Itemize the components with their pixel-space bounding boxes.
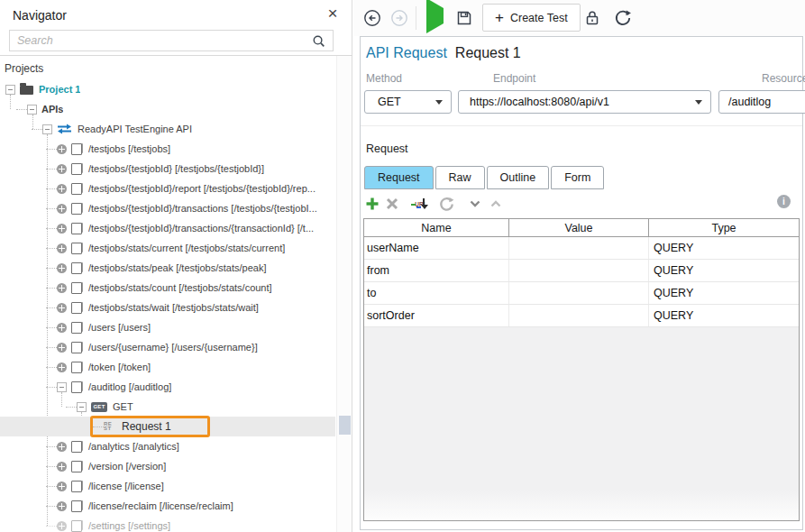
tree-item-request-1[interactable]: RE ST Request 1 xyxy=(0,417,335,436)
expand-expander-icon[interactable] xyxy=(57,283,67,293)
tree-item-get-method[interactable]: GET GET xyxy=(0,397,335,417)
tree-item-apis[interactable]: APIs xyxy=(0,99,335,119)
search-input[interactable] xyxy=(17,34,312,47)
tree-connector xyxy=(46,228,57,229)
close-icon[interactable]: × xyxy=(323,4,343,23)
resource-input[interactable]: /auditlog xyxy=(718,90,805,114)
editor-title-name: Request 1 xyxy=(455,45,521,60)
param-type-cell[interactable]: QUERY xyxy=(649,260,799,281)
tree-item-resource[interactable]: /license/reclaim [/license/reclaim] xyxy=(0,496,335,516)
param-name-cell[interactable]: to xyxy=(364,282,509,304)
run-icon[interactable] xyxy=(426,8,444,24)
param-type-cell[interactable]: QUERY xyxy=(649,237,799,259)
toolbar-divider xyxy=(416,6,416,30)
tab-outline[interactable]: Outline xyxy=(487,166,550,189)
collapse-expander-icon[interactable] xyxy=(5,85,15,95)
expand-expander-icon[interactable] xyxy=(57,164,67,174)
tree-connector xyxy=(46,486,57,487)
refresh-params-icon[interactable] xyxy=(438,196,455,213)
expand-expander-icon[interactable] xyxy=(57,243,67,253)
tree-connector xyxy=(66,407,77,408)
tree-item-resource[interactable]: /testjobs/stats/current [/testjobs/stats… xyxy=(0,238,335,258)
tree-item-resource[interactable]: /version [/version] xyxy=(0,456,335,476)
tree-connector xyxy=(46,327,57,328)
expand-expander-icon[interactable] xyxy=(57,224,67,234)
expand-expander-icon[interactable] xyxy=(57,362,67,372)
expand-expander-icon[interactable] xyxy=(57,343,67,353)
tree-item-resource[interactable]: /testjobs/{testjobId}/transactions/{tran… xyxy=(0,218,335,238)
tree-item-resource[interactable]: /testjobs/stats/wait [/testjobs/stats/wa… xyxy=(0,298,335,317)
param-name-cell[interactable]: sortOrder xyxy=(364,305,509,326)
extract-params-from-url-icon[interactable]: URL xyxy=(411,197,431,211)
tree-item-resource-auditlog[interactable]: /auditlog [/auditlog] xyxy=(0,377,335,397)
collapse-expander-icon[interactable] xyxy=(27,105,37,115)
param-value-cell[interactable] xyxy=(509,282,649,304)
expand-expander-icon[interactable] xyxy=(57,323,67,333)
tree-connector xyxy=(32,129,42,130)
param-name-cell[interactable]: from xyxy=(364,260,509,281)
resource-icon xyxy=(71,302,83,314)
tree-item-resource[interactable]: /users/{username} [/users/{username}] xyxy=(0,337,335,357)
resource-icon xyxy=(71,203,83,215)
params-table: Name Value Type userName QUERY from QUER… xyxy=(363,218,800,521)
collapse-expander-icon[interactable] xyxy=(77,402,87,412)
param-row-to: to QUERY xyxy=(364,282,799,305)
back-icon[interactable] xyxy=(363,9,381,31)
add-param-icon[interactable] xyxy=(365,197,380,211)
collapse-expander-icon[interactable] xyxy=(57,382,67,392)
api-swap-icon xyxy=(57,124,72,134)
expand-expander-icon[interactable] xyxy=(57,144,67,154)
tab-request[interactable]: Request xyxy=(364,166,434,189)
endpoint-select[interactable]: https://localhost:8080/api/v1 xyxy=(458,90,711,114)
tree-connector xyxy=(46,188,57,189)
param-value-cell[interactable] xyxy=(509,237,649,259)
expand-expander-icon[interactable] xyxy=(57,501,67,511)
delete-param-icon[interactable] xyxy=(386,197,398,210)
expand-expander-icon[interactable] xyxy=(57,263,67,273)
move-down-icon[interactable] xyxy=(470,200,480,207)
expand-expander-icon[interactable] xyxy=(57,204,67,214)
expand-expander-icon[interactable] xyxy=(57,482,67,491)
tree-item-resource[interactable]: /token [/token] xyxy=(0,357,335,377)
param-name-cell[interactable]: userName xyxy=(364,237,509,259)
scrollbar-thumb[interactable] xyxy=(339,416,351,435)
param-type-cell[interactable]: QUERY xyxy=(649,282,799,304)
tree-item-resource[interactable]: /testjobs [/testjobs] xyxy=(0,139,335,159)
refresh-icon[interactable] xyxy=(613,8,633,32)
info-icon[interactable]: i xyxy=(777,195,791,208)
tree-item-resource[interactable]: /license [/license] xyxy=(0,476,335,496)
move-up-icon[interactable] xyxy=(490,200,501,207)
tree-item-resource[interactable]: /users [/users] xyxy=(0,317,335,337)
tree-item-api-definition[interactable]: ReadyAPI TestEngine API xyxy=(0,119,335,139)
forward-icon[interactable] xyxy=(390,9,408,31)
tab-form[interactable]: Form xyxy=(551,166,604,189)
tree-item-resource[interactable]: /testjobs/{testjobId}/report [/testjobs/… xyxy=(0,179,335,198)
method-select[interactable]: GET xyxy=(364,90,452,114)
resource-icon xyxy=(71,243,83,254)
expand-expander-icon[interactable] xyxy=(57,462,67,472)
expand-expander-icon[interactable] xyxy=(57,521,67,531)
tree-item-resource[interactable]: /testjobs/stats/count [/testjobs/stats/c… xyxy=(0,278,335,298)
tree-item-project[interactable]: Project 1 xyxy=(0,79,335,99)
expand-expander-icon[interactable] xyxy=(57,442,67,452)
search-box[interactable] xyxy=(9,30,334,51)
param-value-cell[interactable] xyxy=(509,260,649,281)
auth-lock-icon[interactable] xyxy=(583,9,601,31)
tab-raw[interactable]: Raw xyxy=(435,166,485,189)
tree-item-resource[interactable]: /testjobs/{testjobId} [/testjobs/{testjo… xyxy=(0,159,335,179)
create-test-button[interactable]: + Create Test xyxy=(482,4,581,32)
collapse-expander-icon[interactable] xyxy=(42,124,52,134)
tree-item-resource[interactable]: /testjobs/{testjobId}/transactions [/tes… xyxy=(0,198,335,218)
tree-item-resource[interactable]: /analytics [/analytics] xyxy=(0,436,335,456)
tree-item-resource[interactable]: /settings [/settings] xyxy=(0,516,335,532)
resource-icon xyxy=(71,322,83,334)
param-type-cell[interactable]: QUERY xyxy=(649,305,799,326)
tree-item-resource[interactable]: /testjobs/stats/peak [/testjobs/stats/pe… xyxy=(0,258,335,278)
expand-expander-icon[interactable] xyxy=(57,303,67,313)
save-icon[interactable] xyxy=(455,9,473,31)
param-value-cell[interactable] xyxy=(509,305,649,326)
resource-icon xyxy=(71,381,83,393)
navigator-scrollbar[interactable] xyxy=(336,56,352,532)
expand-expander-icon[interactable] xyxy=(57,184,67,194)
tree-connector xyxy=(46,506,57,507)
